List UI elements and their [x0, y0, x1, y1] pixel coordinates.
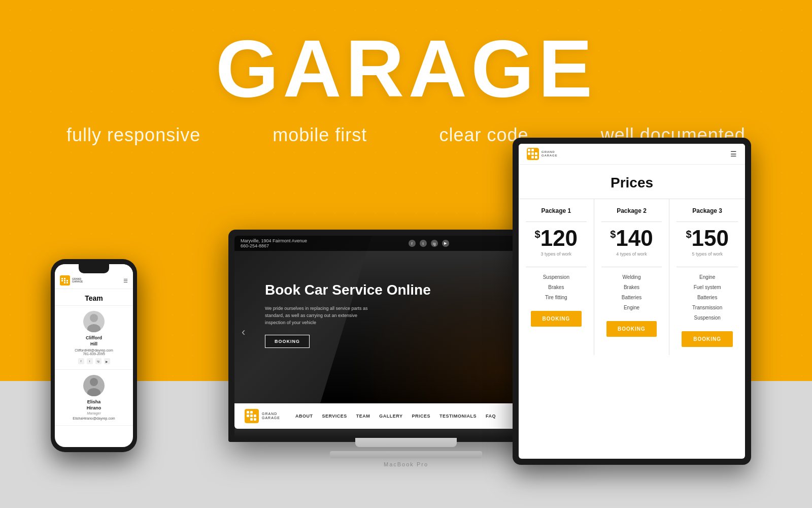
nav-testimonials[interactable]: TESTIMONIALS [439, 414, 477, 419]
laptop-booking-button[interactable]: BOOKING [265, 335, 310, 348]
pkg3-feature-2: Fuel system [676, 282, 738, 293]
pkg1-features: Suspension Brakes Tire fitting [526, 272, 587, 303]
laptop-logo-icon [245, 409, 259, 423]
logo-dots [247, 411, 257, 421]
laptop-hero-title: Book Car Service Online [265, 281, 431, 299]
pkg3-feature-1: Engine [676, 272, 738, 282]
phone-avatar-2 [83, 375, 105, 396]
phone-logo: GRAND GARAGE [60, 275, 83, 285]
logo-dot-1 [247, 411, 249, 414]
laptop-nav-links: ABOUT SERVICES TEAM GALLERY PRICES TESTI… [295, 414, 496, 419]
youtube-icon: ▶ [442, 240, 449, 247]
phone-member-phone-1: 781-639-2095 [60, 352, 128, 356]
pkg2-feature-2: Brakes [601, 282, 662, 293]
pkg2-booking-btn[interactable]: BOOKING [606, 321, 657, 337]
pkg1-types: 3 types of work [526, 251, 587, 257]
price-package-3: Package 3 $150 5 types of work Engine Fu… [669, 199, 745, 355]
tablet-outer: GRAND GARAGE ☰ Prices Package 1 $120 3 t… [513, 138, 751, 465]
pkg1-feature-2: Brakes [526, 282, 587, 293]
logo-dot-2 [250, 411, 253, 414]
pkg1-feature-1: Suspension [526, 272, 587, 282]
tablet-top-bar: GRAND GARAGE ☰ [519, 144, 745, 165]
phone-menu-icon[interactable]: ☰ [123, 278, 128, 283]
pkg3-booking-btn[interactable]: BOOKING [682, 331, 733, 347]
phone-team-member-1: CliffordHill CliffordHill@dayrep.com 781… [55, 306, 133, 370]
pkg2-features: Welding Brakes Batteries Engine [601, 272, 662, 313]
phone-device: GRAND GARAGE ☰ Team CliffordHill Cliffor… [51, 259, 137, 452]
feature-label-mobile: mobile first [273, 124, 367, 146]
logo-dot-5 [250, 415, 253, 417]
laptop-hero-content: Book Car Service Online We pride ourselv… [265, 281, 431, 348]
pkg2-feature-3: Batteries [601, 293, 662, 303]
logo-dot-6 [254, 415, 256, 417]
pkg2-feature-1: Welding [601, 272, 662, 282]
phone-logo-text: GRAND GARAGE [72, 278, 83, 283]
tablet-device: GRAND GARAGE ☰ Prices Package 1 $120 3 t… [513, 138, 751, 465]
tablet-prices-title: Prices [519, 165, 745, 199]
instagram-icon: ig [431, 240, 438, 247]
pkg2-divider [601, 267, 662, 267]
laptop-logo-text: GRAND GARAGE [262, 412, 280, 420]
nav-services[interactable]: SERVICES [322, 414, 347, 419]
pkg3-features: Engine Fuel system Batteries Transmissio… [676, 272, 738, 323]
pkg3-types: 5 types of work [676, 251, 738, 257]
phone-avatar-1 [83, 311, 105, 332]
pkg3-feature-4: Transmission [676, 303, 738, 313]
tablet-logo: GRAND GARAGE [527, 148, 558, 160]
laptop-address-text: Maryville, 1904 Fairmont Avenue [241, 238, 307, 243]
phone-ig-icon[interactable]: ig [95, 358, 101, 364]
pkg2-price: $140 [601, 227, 662, 249]
laptop-phone: 660-254-8867 [241, 243, 307, 248]
laptop-address: Maryville, 1904 Fairmont Avenue 660-254-… [241, 238, 307, 248]
page-title: GARAGE [0, 28, 812, 109]
phone-logo-icon [60, 275, 70, 285]
phone-member-email-2: ElishaHirano@dayrep.com [60, 417, 128, 420]
phone-yt-icon[interactable]: ▶ [104, 358, 110, 364]
logo-dot-9 [254, 418, 256, 421]
facebook-icon: f [409, 240, 416, 247]
tablet-menu-icon[interactable]: ☰ [730, 150, 737, 158]
phone-outer: GRAND GARAGE ☰ Team CliffordHill Cliffor… [51, 259, 137, 452]
pkg2-feature-4: Engine [601, 303, 662, 313]
phone-tw-icon[interactable]: t [87, 358, 93, 364]
tablet-prices-grid: Package 1 $120 3 types of work Suspensio… [519, 199, 745, 355]
pkg3-feature-5: Suspension [676, 313, 738, 323]
logo-dot-7 [247, 418, 249, 421]
logo-dot-3 [254, 411, 256, 414]
phone-logo-dots [61, 278, 69, 283]
phone-member-name-2: ElishaHirano [60, 399, 128, 411]
tablet-logo-dots [528, 149, 538, 159]
nav-faq[interactable]: FAQ [486, 414, 496, 419]
pkg1-booking-btn[interactable]: BOOKING [531, 311, 582, 327]
phone-member-role-2: Manager [60, 411, 128, 415]
pkg1-divider [526, 267, 587, 267]
logo-dot-4 [247, 415, 249, 417]
nav-gallery[interactable]: GALLERY [379, 414, 402, 419]
tablet-logo-icon [527, 148, 539, 160]
nav-about[interactable]: ABOUT [295, 414, 313, 419]
feature-label-responsive: fully responsive [66, 124, 200, 146]
logo-dot-8 [250, 418, 253, 421]
tablet-screen: GRAND GARAGE ☰ Prices Package 1 $120 3 t… [519, 144, 745, 459]
pkg2-types: 4 types of work [601, 251, 662, 257]
price-package-1: Package 1 $120 3 types of work Suspensio… [519, 199, 594, 355]
laptop-nav-arrow[interactable]: ‹ [242, 326, 245, 339]
phone-fb-icon[interactable]: f [78, 358, 84, 364]
pkg1-name: Package 1 [526, 207, 587, 222]
phone-screen: GRAND GARAGE ☰ Team CliffordHill Cliffor… [55, 264, 133, 447]
phone-team-title: Team [55, 289, 133, 306]
phone-member-name-1: CliffordHill [60, 335, 128, 347]
phone-team-member-2: ElishaHirano Manager ElishaHirano@dayrep… [55, 370, 133, 425]
nav-prices[interactable]: PRICES [412, 414, 430, 419]
pkg3-name: Package 3 [676, 207, 738, 222]
pkg3-divider [676, 267, 738, 267]
price-package-2: Package 2 $140 4 types of work Welding B… [594, 199, 670, 355]
laptop-hero-subtitle: We pride ourselves in replacing all serv… [265, 305, 377, 327]
laptop-stand-base [330, 451, 482, 458]
pkg3-price: $150 [676, 227, 738, 249]
phone-member-email-1: CliffordHill@dayrep.com [60, 348, 128, 352]
pkg3-feature-3: Batteries [676, 293, 738, 303]
pkg1-price: $120 [526, 227, 587, 249]
nav-team[interactable]: TEAM [356, 414, 370, 419]
phone-social-1: f t ig ▶ [60, 358, 128, 364]
